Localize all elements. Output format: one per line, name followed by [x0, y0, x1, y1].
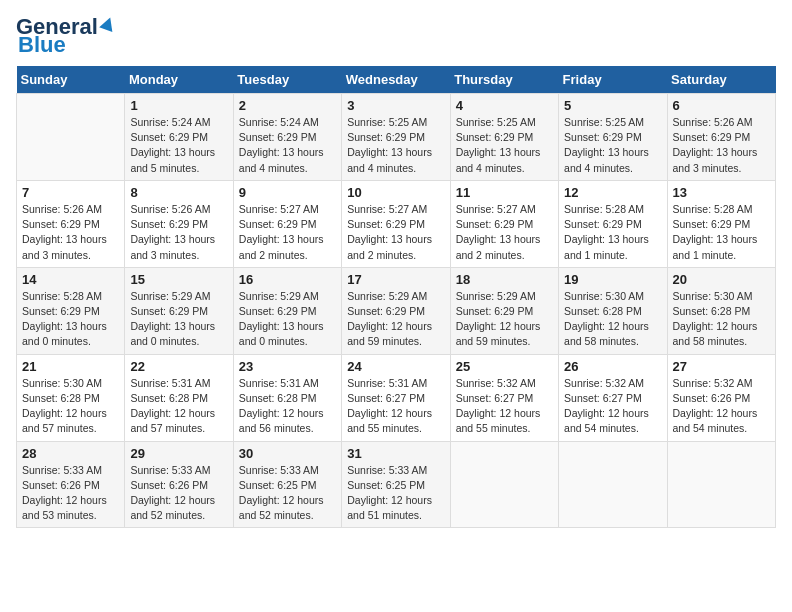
day-number: 31 [347, 446, 444, 461]
day-number: 10 [347, 185, 444, 200]
calendar-cell: 20Sunrise: 5:30 AM Sunset: 6:28 PM Dayli… [667, 267, 775, 354]
weekday-header-saturday: Saturday [667, 66, 775, 94]
calendar-cell: 30Sunrise: 5:33 AM Sunset: 6:25 PM Dayli… [233, 441, 341, 528]
day-info: Sunrise: 5:26 AM Sunset: 6:29 PM Dayligh… [673, 115, 770, 176]
day-info: Sunrise: 5:33 AM Sunset: 6:25 PM Dayligh… [239, 463, 336, 524]
calendar-cell: 22Sunrise: 5:31 AM Sunset: 6:28 PM Dayli… [125, 354, 233, 441]
day-info: Sunrise: 5:30 AM Sunset: 6:28 PM Dayligh… [564, 289, 661, 350]
calendar-cell [17, 94, 125, 181]
calendar-cell: 14Sunrise: 5:28 AM Sunset: 6:29 PM Dayli… [17, 267, 125, 354]
calendar-cell: 1Sunrise: 5:24 AM Sunset: 6:29 PM Daylig… [125, 94, 233, 181]
day-info: Sunrise: 5:30 AM Sunset: 6:28 PM Dayligh… [673, 289, 770, 350]
day-number: 6 [673, 98, 770, 113]
weekday-header-wednesday: Wednesday [342, 66, 450, 94]
day-number: 25 [456, 359, 553, 374]
day-info: Sunrise: 5:31 AM Sunset: 6:28 PM Dayligh… [239, 376, 336, 437]
day-info: Sunrise: 5:24 AM Sunset: 6:29 PM Dayligh… [130, 115, 227, 176]
day-number: 1 [130, 98, 227, 113]
day-info: Sunrise: 5:24 AM Sunset: 6:29 PM Dayligh… [239, 115, 336, 176]
day-number: 16 [239, 272, 336, 287]
day-info: Sunrise: 5:29 AM Sunset: 6:29 PM Dayligh… [456, 289, 553, 350]
day-number: 15 [130, 272, 227, 287]
day-info: Sunrise: 5:30 AM Sunset: 6:28 PM Dayligh… [22, 376, 119, 437]
day-info: Sunrise: 5:25 AM Sunset: 6:29 PM Dayligh… [347, 115, 444, 176]
calendar-cell: 7Sunrise: 5:26 AM Sunset: 6:29 PM Daylig… [17, 180, 125, 267]
day-info: Sunrise: 5:26 AM Sunset: 6:29 PM Dayligh… [130, 202, 227, 263]
calendar-cell: 3Sunrise: 5:25 AM Sunset: 6:29 PM Daylig… [342, 94, 450, 181]
calendar-cell: 15Sunrise: 5:29 AM Sunset: 6:29 PM Dayli… [125, 267, 233, 354]
day-info: Sunrise: 5:27 AM Sunset: 6:29 PM Dayligh… [347, 202, 444, 263]
weekday-header-thursday: Thursday [450, 66, 558, 94]
day-info: Sunrise: 5:33 AM Sunset: 6:26 PM Dayligh… [130, 463, 227, 524]
calendar-cell: 29Sunrise: 5:33 AM Sunset: 6:26 PM Dayli… [125, 441, 233, 528]
day-info: Sunrise: 5:28 AM Sunset: 6:29 PM Dayligh… [673, 202, 770, 263]
day-number: 17 [347, 272, 444, 287]
day-number: 19 [564, 272, 661, 287]
day-number: 26 [564, 359, 661, 374]
calendar-cell: 21Sunrise: 5:30 AM Sunset: 6:28 PM Dayli… [17, 354, 125, 441]
calendar-week-1: 1Sunrise: 5:24 AM Sunset: 6:29 PM Daylig… [17, 94, 776, 181]
day-info: Sunrise: 5:28 AM Sunset: 6:29 PM Dayligh… [564, 202, 661, 263]
logo: General Blue [16, 16, 115, 58]
day-number: 28 [22, 446, 119, 461]
calendar-header-row: SundayMondayTuesdayWednesdayThursdayFrid… [17, 66, 776, 94]
day-info: Sunrise: 5:29 AM Sunset: 6:29 PM Dayligh… [130, 289, 227, 350]
day-number: 14 [22, 272, 119, 287]
calendar-cell: 17Sunrise: 5:29 AM Sunset: 6:29 PM Dayli… [342, 267, 450, 354]
day-number: 21 [22, 359, 119, 374]
day-info: Sunrise: 5:27 AM Sunset: 6:29 PM Dayligh… [456, 202, 553, 263]
day-number: 20 [673, 272, 770, 287]
day-number: 23 [239, 359, 336, 374]
day-number: 5 [564, 98, 661, 113]
calendar-cell [450, 441, 558, 528]
day-info: Sunrise: 5:25 AM Sunset: 6:29 PM Dayligh… [564, 115, 661, 176]
day-number: 7 [22, 185, 119, 200]
calendar-cell: 16Sunrise: 5:29 AM Sunset: 6:29 PM Dayli… [233, 267, 341, 354]
calendar-table: SundayMondayTuesdayWednesdayThursdayFrid… [16, 66, 776, 528]
weekday-header-tuesday: Tuesday [233, 66, 341, 94]
calendar-cell: 12Sunrise: 5:28 AM Sunset: 6:29 PM Dayli… [559, 180, 667, 267]
calendar-cell: 2Sunrise: 5:24 AM Sunset: 6:29 PM Daylig… [233, 94, 341, 181]
weekday-header-sunday: Sunday [17, 66, 125, 94]
day-number: 9 [239, 185, 336, 200]
weekday-header-monday: Monday [125, 66, 233, 94]
day-info: Sunrise: 5:33 AM Sunset: 6:26 PM Dayligh… [22, 463, 119, 524]
calendar-cell: 23Sunrise: 5:31 AM Sunset: 6:28 PM Dayli… [233, 354, 341, 441]
day-info: Sunrise: 5:28 AM Sunset: 6:29 PM Dayligh… [22, 289, 119, 350]
day-info: Sunrise: 5:32 AM Sunset: 6:26 PM Dayligh… [673, 376, 770, 437]
calendar-cell: 10Sunrise: 5:27 AM Sunset: 6:29 PM Dayli… [342, 180, 450, 267]
day-info: Sunrise: 5:31 AM Sunset: 6:28 PM Dayligh… [130, 376, 227, 437]
day-number: 2 [239, 98, 336, 113]
day-number: 8 [130, 185, 227, 200]
calendar-cell: 31Sunrise: 5:33 AM Sunset: 6:25 PM Dayli… [342, 441, 450, 528]
calendar-cell: 5Sunrise: 5:25 AM Sunset: 6:29 PM Daylig… [559, 94, 667, 181]
logo-blue: Blue [18, 32, 66, 58]
calendar-cell [667, 441, 775, 528]
day-info: Sunrise: 5:29 AM Sunset: 6:29 PM Dayligh… [239, 289, 336, 350]
calendar-week-5: 28Sunrise: 5:33 AM Sunset: 6:26 PM Dayli… [17, 441, 776, 528]
day-number: 22 [130, 359, 227, 374]
day-info: Sunrise: 5:33 AM Sunset: 6:25 PM Dayligh… [347, 463, 444, 524]
day-info: Sunrise: 5:25 AM Sunset: 6:29 PM Dayligh… [456, 115, 553, 176]
calendar-cell: 28Sunrise: 5:33 AM Sunset: 6:26 PM Dayli… [17, 441, 125, 528]
day-info: Sunrise: 5:32 AM Sunset: 6:27 PM Dayligh… [456, 376, 553, 437]
calendar-week-4: 21Sunrise: 5:30 AM Sunset: 6:28 PM Dayli… [17, 354, 776, 441]
calendar-cell: 26Sunrise: 5:32 AM Sunset: 6:27 PM Dayli… [559, 354, 667, 441]
day-number: 4 [456, 98, 553, 113]
day-info: Sunrise: 5:27 AM Sunset: 6:29 PM Dayligh… [239, 202, 336, 263]
day-info: Sunrise: 5:31 AM Sunset: 6:27 PM Dayligh… [347, 376, 444, 437]
day-info: Sunrise: 5:32 AM Sunset: 6:27 PM Dayligh… [564, 376, 661, 437]
day-number: 3 [347, 98, 444, 113]
day-info: Sunrise: 5:26 AM Sunset: 6:29 PM Dayligh… [22, 202, 119, 263]
calendar-cell: 8Sunrise: 5:26 AM Sunset: 6:29 PM Daylig… [125, 180, 233, 267]
calendar-cell: 13Sunrise: 5:28 AM Sunset: 6:29 PM Dayli… [667, 180, 775, 267]
page-header: General Blue [16, 16, 776, 58]
day-number: 24 [347, 359, 444, 374]
calendar-cell: 11Sunrise: 5:27 AM Sunset: 6:29 PM Dayli… [450, 180, 558, 267]
day-number: 11 [456, 185, 553, 200]
calendar-cell: 25Sunrise: 5:32 AM Sunset: 6:27 PM Dayli… [450, 354, 558, 441]
day-number: 13 [673, 185, 770, 200]
day-info: Sunrise: 5:29 AM Sunset: 6:29 PM Dayligh… [347, 289, 444, 350]
calendar-cell: 18Sunrise: 5:29 AM Sunset: 6:29 PM Dayli… [450, 267, 558, 354]
calendar-cell [559, 441, 667, 528]
